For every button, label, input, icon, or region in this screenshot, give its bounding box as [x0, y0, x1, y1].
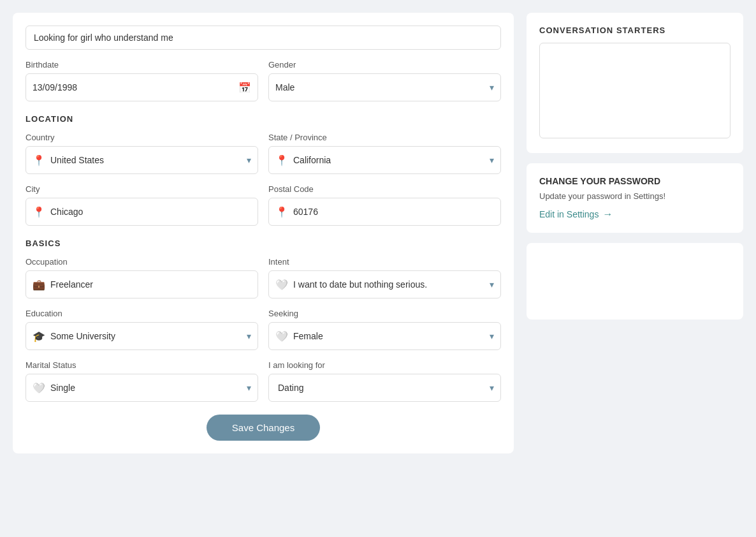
occupation-field: Occupation 💼 — [25, 257, 258, 298]
gender-label: Gender — [268, 60, 501, 70]
looking-for-field: I am looking for Dating Friendship Marri… — [268, 360, 501, 402]
save-btn-container: Save Changes — [25, 415, 501, 441]
occupation-input-wrapper: 💼 — [25, 270, 258, 298]
country-label: Country — [25, 133, 258, 142]
city-location-icon: 📍 — [33, 206, 45, 218]
conversation-starters-textarea[interactable] — [539, 43, 731, 138]
education-chevron-icon: ▾ — [247, 331, 251, 341]
birthdate-input-wrapper: 📅 — [25, 73, 258, 101]
country-select[interactable]: United States Canada UK — [50, 155, 247, 165]
birthdate-input[interactable] — [33, 82, 238, 92]
education-select[interactable]: Some University High School College — [50, 331, 247, 341]
gender-field: Gender Male Female Other ▾ — [268, 60, 501, 101]
basics-section-header: BASICS — [25, 239, 501, 248]
conversation-starters-title: CONVERSATION STARTERS — [539, 26, 731, 35]
seeking-select-wrapper: 🤍 Female Male Both ▾ — [268, 322, 501, 350]
city-input[interactable] — [50, 207, 251, 217]
postal-location-icon: 📍 — [275, 206, 288, 218]
birthdate-label: Birthdate — [25, 60, 258, 70]
birthdate-field: Birthdate 📅 — [25, 60, 258, 101]
occupation-label: Occupation — [25, 257, 258, 267]
main-form: Birthdate 📅 Gender Male Female Other ▾ — [13, 13, 514, 453]
marital-chevron-icon: ▾ — [247, 383, 251, 393]
intent-chevron-icon: ▾ — [490, 279, 494, 290]
state-select-wrapper: 📍 California Texas New York ▾ — [268, 146, 501, 174]
country-select-wrapper: 📍 United States Canada UK ▾ — [25, 146, 258, 174]
intent-field: Intent 🤍 I want to date but nothing seri… — [268, 257, 501, 298]
occupation-icon: 💼 — [33, 279, 45, 291]
postal-input[interactable] — [293, 207, 494, 217]
extra-sidebar-card — [527, 243, 743, 320]
intent-heart-icon: 🤍 — [275, 279, 288, 291]
seeking-chevron-icon: ▾ — [490, 331, 494, 341]
intent-select-wrapper: 🤍 I want to date but nothing serious. Lo… — [268, 270, 501, 298]
education-icon: 🎓 — [33, 330, 45, 342]
conversation-starters-card: CONVERSATION STARTERS — [527, 13, 743, 153]
gender-select[interactable]: Male Female Other — [275, 82, 490, 92]
location-section-header: LOCATION — [25, 114, 501, 124]
state-select[interactable]: California Texas New York — [293, 155, 490, 165]
change-password-card: CHANGE YOUR PASSWORD Update your passwor… — [527, 163, 743, 233]
marital-status-select[interactable]: Single Divorced Widowed — [50, 383, 247, 393]
country-state-row: Country 📍 United States Canada UK ▾ Stat… — [25, 133, 501, 174]
postal-label: Postal Code — [268, 184, 501, 194]
edit-in-settings-link[interactable]: Edit in Settings → — [539, 209, 731, 220]
state-chevron-icon: ▾ — [490, 155, 494, 165]
bio-input[interactable] — [34, 33, 493, 43]
state-location-icon: 📍 — [275, 154, 288, 166]
seeking-field: Seeking 🤍 Female Male Both ▾ — [268, 309, 501, 350]
education-select-wrapper: 🎓 Some University High School College ▾ — [25, 322, 258, 350]
intent-label: Intent — [268, 257, 501, 267]
country-location-icon: 📍 — [33, 154, 45, 166]
marital-status-label: Marital Status — [25, 360, 258, 370]
gender-chevron-icon: ▾ — [490, 82, 494, 92]
city-label: City — [25, 184, 258, 194]
arrow-right-icon: → — [602, 209, 613, 220]
occupation-input[interactable] — [50, 279, 251, 290]
change-password-title: CHANGE YOUR PASSWORD — [539, 176, 731, 186]
looking-for-select[interactable]: Dating Friendship Marriage — [275, 383, 490, 393]
looking-for-select-wrapper: Dating Friendship Marriage ▾ — [268, 374, 501, 402]
city-input-wrapper: 📍 — [25, 198, 258, 226]
edit-settings-label: Edit in Settings — [539, 209, 599, 219]
marital-heart-icon: 🤍 — [33, 382, 45, 394]
seeking-heart-icon: 🤍 — [275, 330, 288, 342]
looking-for-label: I am looking for — [268, 360, 501, 370]
seeking-select[interactable]: Female Male Both — [293, 331, 490, 341]
marital-looking-row: Marital Status 🤍 Single Divorced Widowed… — [25, 360, 501, 402]
bio-wrapper — [25, 26, 501, 50]
state-field: State / Province 📍 California Texas New … — [268, 133, 501, 174]
sidebar: CONVERSATION STARTERS CHANGE YOUR PASSWO… — [527, 13, 743, 453]
education-seeking-row: Education 🎓 Some University High School … — [25, 309, 501, 350]
marital-status-field: Marital Status 🤍 Single Divorced Widowed… — [25, 360, 258, 402]
education-label: Education — [25, 309, 258, 318]
save-changes-button[interactable]: Save Changes — [207, 415, 320, 441]
gender-select-wrapper: Male Female Other ▾ — [268, 73, 501, 101]
looking-for-chevron-icon: ▾ — [490, 383, 494, 393]
occupation-intent-row: Occupation 💼 Intent 🤍 I want to date but… — [25, 257, 501, 298]
change-password-description: Update your password in Settings! — [539, 191, 731, 201]
postal-field: Postal Code 📍 — [268, 184, 501, 226]
city-field: City 📍 — [25, 184, 258, 226]
state-label: State / Province — [268, 133, 501, 142]
postal-input-wrapper: 📍 — [268, 198, 501, 226]
seeking-label: Seeking — [268, 309, 501, 318]
education-field: Education 🎓 Some University High School … — [25, 309, 258, 350]
birthdate-gender-row: Birthdate 📅 Gender Male Female Other ▾ — [25, 60, 501, 101]
marital-status-select-wrapper: 🤍 Single Divorced Widowed ▾ — [25, 374, 258, 402]
intent-select[interactable]: I want to date but nothing serious. Look… — [293, 279, 490, 290]
city-postal-row: City 📍 Postal Code 📍 — [25, 184, 501, 226]
country-chevron-icon: ▾ — [247, 155, 251, 165]
country-field: Country 📍 United States Canada UK ▾ — [25, 133, 258, 174]
calendar-icon[interactable]: 📅 — [238, 82, 251, 94]
